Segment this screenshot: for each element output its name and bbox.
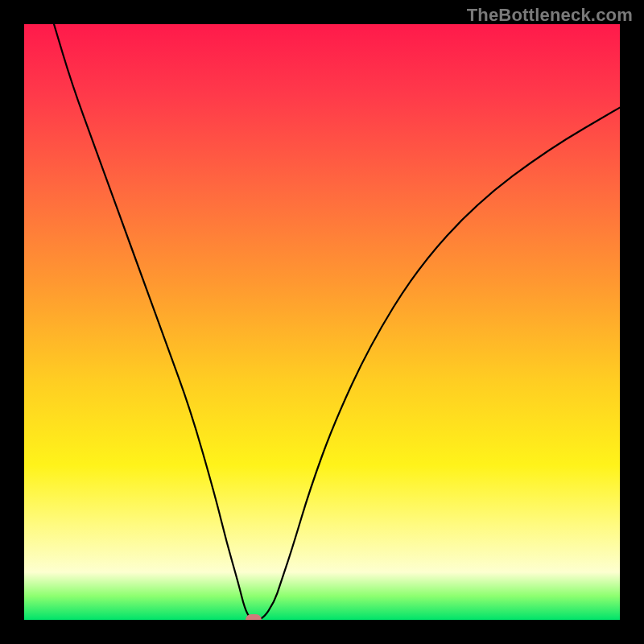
watermark-text: TheBottleneck.com (467, 5, 633, 26)
chart-frame: TheBottleneck.com (0, 0, 644, 644)
minimum-marker (246, 614, 262, 620)
curve-path (54, 24, 620, 620)
bottleneck-curve (24, 24, 620, 620)
plot-area (24, 24, 620, 620)
